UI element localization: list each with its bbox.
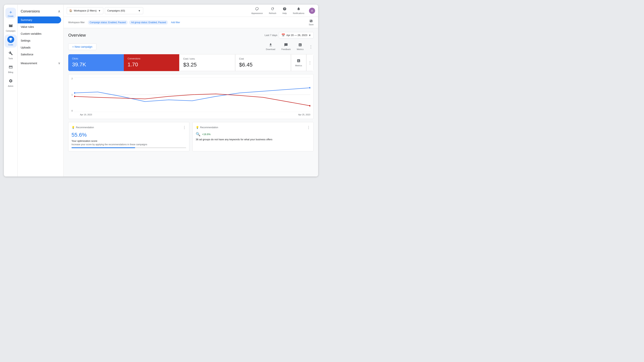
campaigns-chevron-icon: ▼ <box>138 9 141 12</box>
progress-bar-fill <box>72 147 135 148</box>
flyout-item-summary[interactable]: Summary <box>18 16 61 24</box>
help-button[interactable]: Help <box>281 6 288 15</box>
campaign-status-label: Campaign status: Enabled, Paused <box>90 21 126 24</box>
refresh-button[interactable]: Refresh <box>268 6 278 15</box>
recommendations-row: 💡 Recommendation ⋮ 55.6% Your optimizati… <box>68 122 314 152</box>
date-picker-button[interactable]: 📅 Apr 20 — 26, 2023 ▼ <box>279 32 314 38</box>
top-bar-icons: Appearance Refresh <box>250 6 315 15</box>
workspace-filter-label[interactable]: Workspace filter <box>67 20 86 24</box>
goals-icon <box>7 36 14 43</box>
clicks-label: Clicks <box>72 57 120 60</box>
action-bar: + New campaign Download <box>68 42 314 51</box>
chart-x-labels: Apr 19, 2023 Apr 25, 2023 <box>74 113 310 116</box>
rec-card-optimization: 💡 Recommendation ⋮ 55.6% Your optimizati… <box>68 122 189 152</box>
admin-icon <box>7 78 14 84</box>
workspace-filter-dropdown[interactable]: 🏠 Workspace (2 filters) ▼ <box>67 7 103 14</box>
notifications-label: Notifications <box>293 12 304 14</box>
column-more-icon: ⋮ <box>308 60 312 65</box>
campaigns-select-label: Campaigns (63) <box>107 9 125 12</box>
rec-more-icon-2[interactable]: ⋮ <box>307 125 310 130</box>
overview-header: Overview Last 7 days 📅 Apr 20 — 26, 2023… <box>68 32 314 38</box>
main-content: 🏠 Workspace (2 filters) ▼ Campaigns (63)… <box>64 4 318 176</box>
sidebar-item-admin[interactable]: Admin <box>4 76 17 89</box>
ad-group-status-filter[interactable]: Ad group status: Enabled, Paused <box>129 20 168 24</box>
download-icon <box>269 43 272 48</box>
flyout-item-salesforce[interactable]: Salesforce <box>18 51 61 58</box>
user-avatar[interactable]: A <box>309 8 315 14</box>
notifications-button[interactable]: Notifications <box>291 6 306 15</box>
help-label: Help <box>282 12 287 14</box>
stat-card-conversions: Conversions 1.70 <box>124 54 180 71</box>
feedback-button[interactable]: Feedback <box>280 42 292 51</box>
ad-group-status-label: Ad group status: Enabled, Paused <box>131 21 166 24</box>
cost-label: Cost <box>239 58 287 60</box>
y-label-1: 1 <box>72 94 73 96</box>
new-campaign-button[interactable]: + New campaign <box>68 44 96 50</box>
metrics-column-button[interactable]: Metrics <box>291 54 306 71</box>
rec-more-icon-1[interactable]: ⋮ <box>183 125 186 130</box>
rec-sub-1: Increase your score by applying the reco… <box>72 143 186 146</box>
flyout-item-settings[interactable]: Settings <box>18 37 61 44</box>
rec-card-keywords: 💡 Recommendation ⋮ 🔍 +18.6% 36 ad groups… <box>192 122 314 152</box>
workspace-icon: 🏠 <box>69 9 72 12</box>
billing-icon <box>7 64 14 70</box>
icon-rail: ＋ Create Campaigns Goals <box>4 4 18 176</box>
rec-header-optimization: 💡 Recommendation ⋮ <box>72 125 186 130</box>
cost-value: $6.45 <box>239 62 287 68</box>
recommendation-icon-1: 💡 <box>72 126 75 129</box>
conversions-value: 1.70 <box>128 62 176 68</box>
feedback-icon <box>284 43 288 48</box>
add-filter-button[interactable]: Add filter <box>170 20 182 24</box>
sidebar-item-tools[interactable]: Tools <box>4 48 17 61</box>
conversions-label: Conversions <box>128 57 176 60</box>
metrics-label: Metrics <box>297 48 304 50</box>
campaigns-icon <box>7 22 14 29</box>
chart-svg <box>74 78 310 112</box>
flyout-item-value-rules[interactable]: Value rules <box>18 24 61 30</box>
rec-description-2: 36 ad groups do not have any keywords fo… <box>196 138 310 141</box>
create-button[interactable]: ＋ Create <box>5 8 16 18</box>
flyout-measurement-section[interactable]: Measurement ∨ <box>18 60 64 67</box>
column-more-options[interactable]: ⋮ <box>306 54 314 71</box>
metrics-icon <box>298 43 302 48</box>
admin-label: Admin <box>8 85 13 88</box>
flyout-item-custom-variables[interactable]: Custom variables <box>18 30 61 37</box>
sidebar-item-campaigns[interactable]: Campaigns <box>4 21 17 34</box>
filter-bar: Workspace filter Campaign status: Enable… <box>64 17 318 28</box>
rec-title-1: Recommendation <box>76 126 94 129</box>
action-right: Download Feedback <box>264 42 314 51</box>
refresh-icon <box>271 7 274 12</box>
svg-point-6 <box>309 105 310 106</box>
more-options-icon[interactable]: ⋮ <box>308 44 314 50</box>
content-area: Overview Last 7 days 📅 Apr 20 — 26, 2023… <box>64 28 318 176</box>
appearance-button[interactable]: Appearance <box>250 6 264 15</box>
date-range-label: Last 7 days <box>265 34 278 36</box>
flyout-item-uploads[interactable]: Uploads <box>18 44 61 51</box>
x-label-end: Apr 25, 2023 <box>298 114 310 116</box>
sidebar-item-goals[interactable]: Goals <box>4 34 17 48</box>
metrics-btn-label: Metrics <box>295 64 302 67</box>
download-label: Download <box>266 48 275 50</box>
stats-row: Clicks 39.7K Conversions 1.70 Cost / con… <box>68 54 314 71</box>
campaigns-dropdown[interactable]: Campaigns (63) ▼ <box>105 7 143 14</box>
svg-point-3 <box>74 92 75 94</box>
flyout-close-icon[interactable]: ∧ <box>58 9 60 14</box>
workspace-filter-label: Workspace (2 filters) <box>74 9 96 12</box>
metrics-button[interactable]: Metrics <box>295 42 305 51</box>
x-label-start: Apr 19, 2023 <box>80 114 92 116</box>
flyout-panel: Conversions ∧ Summary Value rules Custom… <box>18 4 64 176</box>
goals-label: Goals <box>8 44 13 46</box>
refresh-label: Refresh <box>269 12 276 14</box>
cost-per-conv-label: Cost / conv. <box>183 58 231 60</box>
new-campaign-label: + New campaign <box>72 45 92 48</box>
download-button[interactable]: Download <box>264 42 277 51</box>
calendar-icon: 📅 <box>281 33 285 37</box>
save-button[interactable]: Save <box>307 18 315 26</box>
bar-chart-icon <box>297 59 300 64</box>
campaigns-label: Campaigns <box>6 30 16 32</box>
rec-title-2: Recommendation <box>200 126 218 129</box>
save-icon <box>309 19 313 24</box>
campaign-status-filter[interactable]: Campaign status: Enabled, Paused <box>88 20 128 24</box>
sidebar-item-billing[interactable]: Billing <box>4 62 17 75</box>
workspace-chevron-icon: ▼ <box>98 9 101 12</box>
